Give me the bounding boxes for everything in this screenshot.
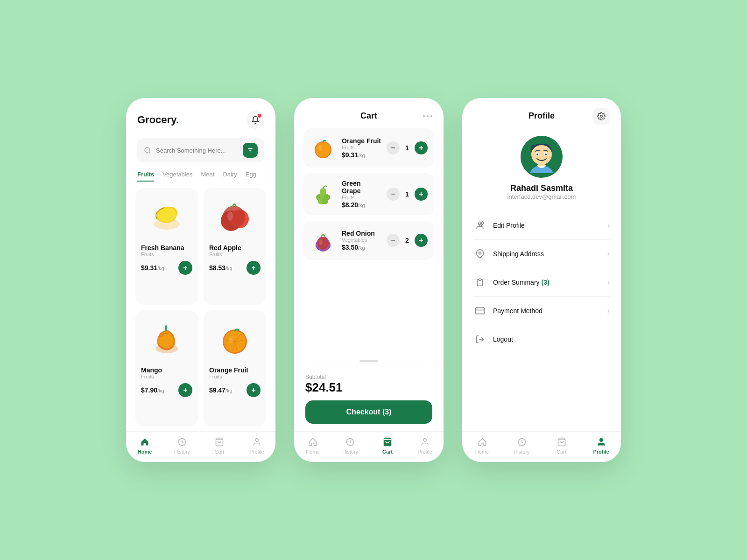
cart-nav-home[interactable]: Home <box>294 436 331 455</box>
profile-nav-history[interactable]: History <box>502 436 542 455</box>
product-cat-apple: Fruits <box>209 252 261 257</box>
product-image-apple <box>209 194 261 240</box>
profile-nav-cart-label: Cart <box>557 449 566 455</box>
qty-plus-onion[interactable]: + <box>415 234 428 247</box>
checkout-button[interactable]: Checkout (3) <box>305 400 432 424</box>
menu-item-logout[interactable]: Logout <box>473 325 610 353</box>
svg-point-38 <box>319 239 323 245</box>
tab-fruits[interactable]: Fruits <box>137 171 154 182</box>
product-name-mango: Mango <box>141 366 192 374</box>
qty-control-orange: − 1 + <box>387 141 428 154</box>
menu-item-edit-profile[interactable]: Edit Profile › <box>473 211 610 240</box>
product-card-orange: Orange Fruit Fruits $9.47/kg <box>204 310 266 427</box>
profile-screen: Profile <box>462 98 621 462</box>
profile-nav-home-label: Home <box>475 449 489 455</box>
profile-nav-profile-label: Profile <box>593 449 609 455</box>
profile-cart-icon-wrap <box>556 436 567 448</box>
avatar <box>521 136 563 178</box>
cart-item-price-onion: $3.50/kg <box>342 244 381 251</box>
cart-item-info-onion: Red Onion Vegetables $3.50/kg <box>342 230 381 251</box>
gear-icon <box>597 112 606 120</box>
cart-item-info-grape: Green Grape Fruits $8.20/kg <box>342 180 381 209</box>
menu-label-edit-profile: Edit Profile <box>493 222 601 229</box>
svg-point-11 <box>227 211 233 221</box>
add-apple-button[interactable] <box>247 261 261 275</box>
logout-icon <box>473 333 486 346</box>
plus-icon <box>250 265 257 271</box>
nav-history[interactable]: History <box>163 436 201 455</box>
profile-home-icon-wrap <box>477 436 488 448</box>
cart-item-grape: Green Grape Fruits $8.20/kg − 1 + <box>303 173 434 215</box>
menu-item-payment[interactable]: Payment Method › <box>473 297 610 325</box>
search-bar[interactable] <box>137 138 264 162</box>
profile-nav-home[interactable]: Home <box>462 436 502 455</box>
nav-cart[interactable]: Cart <box>201 436 238 455</box>
add-mango-button[interactable] <box>178 383 192 397</box>
cart-icon <box>215 437 224 447</box>
payment-icon <box>473 304 486 317</box>
menu-item-shipping[interactable]: Shipping Address › <box>473 240 610 268</box>
cart-nav-cart[interactable]: Cart <box>369 436 406 455</box>
qty-minus-grape[interactable]: − <box>387 188 400 201</box>
add-orange-button[interactable] <box>247 383 261 397</box>
product-image-orange <box>209 316 261 363</box>
cart-title: Cart <box>360 111 377 121</box>
tab-vegetables[interactable]: Vegetables <box>162 171 192 182</box>
profile-icon <box>252 437 261 447</box>
cart-more-button[interactable] <box>423 115 432 117</box>
app-logo: Grocery. <box>137 114 179 126</box>
menu-item-order-summary[interactable]: Order Summary (3) › <box>473 268 610 297</box>
cart-nav-history[interactable]: History <box>331 436 369 455</box>
subtotal-label: Subtotal <box>305 374 432 380</box>
add-banana-button[interactable] <box>178 261 192 275</box>
nav-home[interactable]: Home <box>126 436 163 455</box>
profile-profile-icon <box>597 437 606 447</box>
settings-button[interactable] <box>593 108 610 125</box>
tab-meat[interactable]: Meat <box>201 171 214 182</box>
menu-label-order-summary: Order Summary (3) <box>493 279 601 286</box>
home-header: Grocery. <box>126 98 275 134</box>
qty-minus-orange[interactable]: − <box>387 141 400 154</box>
cart-item-name-grape: Green Grape <box>342 180 381 195</box>
qty-plus-grape[interactable]: + <box>415 188 428 201</box>
product-price-orange: $9.47/kg <box>209 386 233 394</box>
profile-history-icon <box>517 437 527 447</box>
tab-egg[interactable]: Egg <box>246 171 256 182</box>
plus-icon <box>250 387 257 393</box>
product-name-apple: Red Apple <box>209 244 261 252</box>
scroll-dot <box>359 360 378 362</box>
menu-label-payment: Payment Method <box>493 307 601 315</box>
edit-profile-icon <box>473 219 486 232</box>
cart-footer: Subtotal $24.51 Checkout (3) <box>294 366 444 431</box>
notification-button[interactable] <box>247 111 264 129</box>
profile-nav-cart[interactable]: Cart <box>542 436 581 455</box>
cart-home-icon-wrap <box>307 436 318 448</box>
qty-minus-onion[interactable]: − <box>387 234 400 247</box>
cart-item-info-orange: Orange Fruit Fruits $9.31/kg <box>342 137 381 159</box>
filter-button[interactable] <box>243 143 258 158</box>
home-screen: Grocery. Fruits Vegetables Meat Dairy Eg… <box>126 98 275 462</box>
cart-item-orange: Orange Fruit Fruits $9.31/kg − 1 + <box>303 128 434 168</box>
product-card-banana: Fresh Banana Fruits $9.31/kg <box>135 188 198 305</box>
cart-nav-history-label: History <box>342 449 358 455</box>
tab-dairy[interactable]: Dairy <box>223 171 237 182</box>
svg-point-48 <box>545 154 547 155</box>
svg-point-47 <box>536 154 538 155</box>
cart-history-icon <box>345 437 355 447</box>
profile-header: Profile <box>462 98 621 128</box>
product-bottom-apple: $8.53/kg <box>209 261 261 275</box>
qty-plus-orange[interactable]: + <box>415 141 428 154</box>
cart-item-name-orange: Orange Fruit <box>342 137 381 145</box>
nav-profile[interactable]: Profile <box>238 436 275 455</box>
profile-nav-profile[interactable]: Profile <box>581 436 621 455</box>
cart-nav-profile[interactable]: Profile <box>406 436 444 455</box>
search-input[interactable] <box>156 147 238 154</box>
cart-item-price-orange: $9.31/kg <box>342 151 381 159</box>
profile-avatar-section: Rahadi Sasmita interface.dev@gmail.com <box>462 128 621 211</box>
filter-icon <box>247 147 254 154</box>
profile-profile-icon-wrap <box>596 436 607 448</box>
cart-item-img-orange <box>310 135 336 161</box>
product-grid: Fresh Banana Fruits $9.31/kg <box>126 183 275 431</box>
qty-num-orange: 1 <box>403 144 411 152</box>
svg-point-25 <box>255 439 259 442</box>
